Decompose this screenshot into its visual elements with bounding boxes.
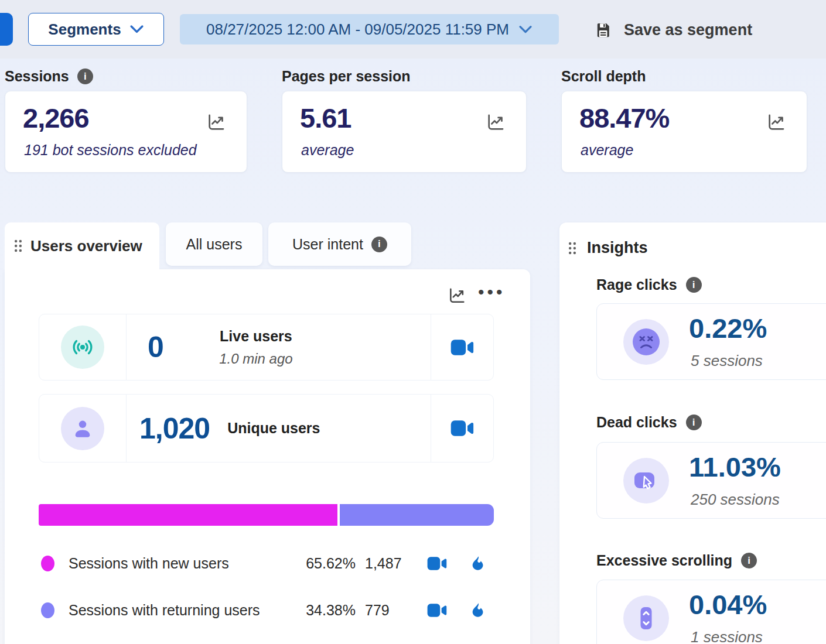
tab-users-overview[interactable]: Users overview [5, 222, 159, 269]
legend-count: 779 [365, 602, 412, 619]
trend-chart-icon[interactable] [447, 286, 467, 305]
drag-handle-icon[interactable] [568, 242, 576, 255]
pages-per-session-metric-label: Pages per session [282, 68, 411, 85]
pages-per-session-value: 5.61 [300, 102, 351, 134]
insights-panel: Insights Rage clicks 0.22% 5 sessions De… [559, 222, 826, 644]
trend-chart-icon[interactable] [206, 112, 227, 132]
sessions-metric-label: Sessions [5, 68, 93, 85]
pages-per-session-metric-card: 5.61 average [282, 91, 527, 173]
angry-face-icon [623, 319, 669, 365]
unique-users-count: 1,020 [139, 412, 210, 446]
dead-clicks-card[interactable]: 11.03% 250 sessions [596, 442, 826, 519]
dead-clicks-value: 11.03% [689, 451, 781, 483]
unique-users-icon-cell [39, 395, 127, 462]
live-icon [61, 326, 104, 369]
info-icon[interactable] [741, 553, 757, 568]
live-users-row: 0 Live users 1.0 min ago [39, 314, 494, 381]
insights-title: Insights [587, 239, 648, 257]
live-users-label: Live users [219, 328, 292, 345]
legend-dot-periwinkle [41, 602, 54, 618]
info-icon[interactable] [686, 277, 702, 293]
heatmap-button[interactable] [472, 602, 484, 618]
sessions-metric-card: 2,266 191 bot sessions excluded [5, 91, 247, 173]
dead-clicks-section-header: Dead clicks [596, 414, 702, 431]
scroll-phone-icon [623, 595, 669, 641]
info-icon[interactable] [77, 68, 93, 84]
filters-button-partial[interactable] [0, 13, 13, 46]
live-users-icon-cell [39, 314, 127, 380]
clarity-dashboard: Segments 08/27/2025 12:00 AM - 09/05/202… [0, 0, 826, 644]
unique-users-label: Unique users [227, 420, 320, 437]
bar-segment-returning-users[interactable] [340, 504, 494, 526]
rage-clicks-card[interactable]: 0.22% 5 sessions [596, 303, 826, 380]
live-users-content: 0 Live users 1.0 min ago [127, 314, 431, 380]
live-users-count: 0 [148, 330, 163, 364]
recordings-button[interactable] [427, 556, 447, 571]
tab-all-users-label: All users [186, 236, 243, 253]
scroll-depth-subtitle: average [581, 142, 633, 159]
live-users-text: Live users 1.0 min ago [219, 328, 292, 367]
flame-icon [472, 556, 484, 571]
video-camera-icon [450, 339, 474, 356]
date-range-picker[interactable]: 08/27/2025 12:00 AM - 09/05/2025 11:59 P… [180, 14, 559, 44]
sessions-value: 2,266 [23, 102, 89, 134]
unique-users-recordings-button[interactable] [431, 395, 493, 462]
pages-per-session-subtitle: average [301, 142, 354, 159]
person-icon [61, 407, 104, 450]
excessive-scrolling-card[interactable]: 0.04% 1 sessions [596, 580, 826, 644]
excessive-scrolling-value: 0.04% [689, 588, 767, 621]
scroll-depth-value: 88.47% [579, 102, 669, 134]
date-range-value: 08/27/2025 12:00 AM - 09/05/2025 11:59 P… [206, 20, 509, 39]
unique-users-content: 1,020 Unique users [127, 395, 431, 462]
segments-label: Segments [48, 20, 121, 39]
legend-percent: 34.38% [302, 602, 356, 619]
video-camera-icon [427, 603, 447, 618]
tab-all-users[interactable]: All users [166, 222, 262, 266]
legend-label: Sessions with new users [69, 555, 302, 572]
video-camera-icon [450, 420, 474, 437]
flame-icon [472, 602, 484, 618]
tab-users-overview-label: Users overview [30, 237, 142, 255]
sessions-stacked-bar [39, 504, 494, 526]
scroll-depth-metric-card: 88.47% average [561, 91, 807, 173]
excessive-scrolling-section-header: Excessive scrolling [596, 552, 757, 569]
dead-clicks-sessions: 250 sessions [691, 491, 780, 509]
chevron-down-icon [518, 25, 533, 34]
scroll-depth-metric-label: Scroll depth [561, 68, 646, 85]
legend-row-new-users: Sessions with new users 65.62% 1,487 [39, 553, 494, 574]
dead-click-icon [623, 458, 669, 503]
info-icon[interactable] [371, 237, 387, 252]
save-as-segment-label: Save as segment [624, 21, 752, 39]
segments-dropdown[interactable]: Segments [28, 13, 164, 46]
recordings-button[interactable] [427, 603, 447, 618]
legend-count: 1,487 [365, 555, 412, 572]
legend-label: Sessions with returning users [69, 602, 302, 619]
bar-segment-new-users[interactable] [39, 504, 337, 526]
legend-percent: 65.62% [302, 555, 356, 572]
legend-row-returning-users: Sessions with returning users 34.38% 779 [39, 600, 494, 621]
drag-handle-icon[interactable] [14, 239, 22, 252]
info-icon[interactable] [686, 415, 702, 430]
heatmap-button[interactable] [472, 556, 484, 571]
topbar: Segments 08/27/2025 12:00 AM - 09/05/202… [0, 0, 826, 59]
more-menu-icon[interactable] [478, 282, 506, 302]
trend-chart-icon[interactable] [766, 112, 787, 132]
chevron-down-icon [129, 25, 144, 34]
save-as-segment-button[interactable]: Save as segment [594, 19, 752, 40]
rage-clicks-value: 0.22% [689, 312, 767, 344]
save-icon [594, 21, 612, 39]
trend-chart-icon[interactable] [485, 112, 506, 132]
unique-users-row: 1,020 Unique users [39, 394, 494, 463]
legend-dot-magenta [41, 556, 54, 571]
video-camera-icon [427, 556, 447, 571]
rage-clicks-section-header: Rage clicks [596, 276, 702, 293]
tab-user-intent[interactable]: User intent [268, 222, 411, 266]
tab-user-intent-label: User intent [292, 236, 363, 253]
sessions-subtitle: 191 bot sessions excluded [24, 142, 197, 159]
rage-clicks-sessions: 5 sessions [691, 352, 763, 370]
live-users-recordings-button[interactable] [431, 314, 493, 380]
users-overview-panel: 0 Live users 1.0 min ago [5, 269, 530, 644]
excessive-scrolling-sessions: 1 sessions [691, 628, 763, 644]
live-users-ago: 1.0 min ago [219, 351, 292, 367]
